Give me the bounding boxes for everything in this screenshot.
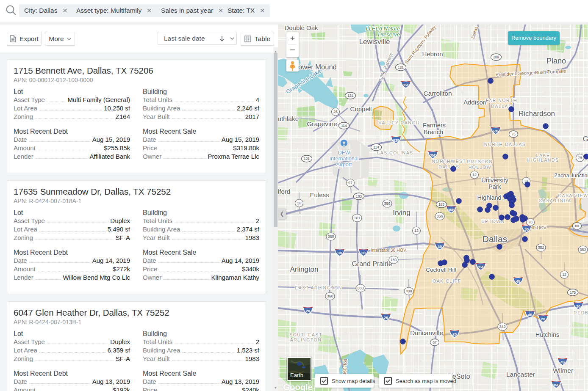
svg-text:97: 97 [348, 181, 352, 185]
svg-text:Grapevine: Grapevine [307, 120, 337, 127]
svg-text:Airport: Airport [336, 162, 352, 168]
svg-text:30: 30 [361, 251, 366, 255]
svg-text:DALLAS: DALLAS [438, 164, 459, 169]
svg-text:NORTHWEST: NORTHWEST [432, 159, 466, 164]
svg-text:20: 20 [384, 316, 388, 320]
svg-text:360: 360 [327, 294, 333, 298]
svg-text:Grand Prairie: Grand Prairie [352, 260, 392, 267]
svg-text:78: 78 [528, 220, 533, 224]
svg-text:Carrollton: Carrollton [423, 90, 452, 97]
svg-text:University: University [481, 177, 508, 184]
svg-text:Coppell: Coppell [350, 105, 372, 113]
svg-text:360: 360 [327, 234, 334, 239]
svg-text:LLELA Nature: LLELA Nature [366, 25, 400, 32]
svg-text:Interstate 30 HOV: Interstate 30 HOV [371, 248, 406, 253]
svg-text:30: 30 [438, 245, 442, 249]
svg-text:175: 175 [570, 290, 576, 295]
svg-text:161: 161 [354, 216, 360, 220]
svg-text:114: 114 [373, 145, 379, 149]
svg-text:356: 356 [436, 214, 443, 218]
svg-text:30: 30 [524, 227, 529, 231]
svg-text:26: 26 [333, 110, 338, 114]
svg-text:20: 20 [306, 309, 310, 313]
svg-text:Branch: Branch [424, 129, 443, 135]
svg-text:OAK CLIFF: OAK CLIFF [433, 278, 461, 284]
svg-text:Farmers: Farmers [423, 122, 446, 129]
svg-text:342: 342 [499, 325, 505, 329]
svg-text:FAR NORTH: FAR NORTH [486, 98, 517, 103]
svg-text:Zacha Junction: Zacha Junction [555, 173, 588, 179]
svg-text:Hutchins: Hutchins [535, 331, 559, 338]
svg-text:67: 67 [433, 340, 437, 344]
svg-text:CASA LINDA: CASA LINDA [539, 198, 571, 203]
svg-text:Lancaster: Lancaster [506, 371, 535, 378]
svg-text:Dallas: Dallas [483, 234, 507, 244]
svg-text:360-Toll: 360-Toll [342, 359, 348, 375]
svg-text:35E: 35E [430, 153, 436, 157]
svg-text:35E: 35E [477, 265, 484, 269]
svg-text:635: 635 [393, 138, 399, 143]
svg-text:121: 121 [398, 65, 404, 69]
svg-text:PRESTON: PRESTON [467, 159, 493, 164]
svg-text:30: 30 [338, 251, 342, 255]
svg-text:35E: 35E [402, 83, 409, 87]
svg-text:352: 352 [580, 248, 586, 252]
svg-text:HOLLOW: HOLLOW [469, 165, 492, 170]
svg-text:VALLEY RANCH: VALLEY RANCH [379, 120, 420, 125]
svg-text:78: 78 [578, 156, 582, 160]
svg-text:121: 121 [304, 157, 310, 161]
svg-text:HIGHLANDS: HIGHLANDS [527, 157, 559, 162]
svg-text:35E: 35E [448, 208, 455, 212]
svg-text:45: 45 [560, 360, 565, 364]
svg-text:LAS COLINAS: LAS COLINAS [377, 150, 413, 155]
svg-text:75: 75 [511, 132, 516, 136]
svg-text:Wilmer: Wilmer [553, 367, 573, 374]
svg-text:DFW: DFW [338, 150, 350, 156]
svg-text:12: 12 [414, 229, 419, 233]
svg-text:NORTH DALLAS: NORTH DALLAS [484, 142, 526, 147]
svg-text:20: 20 [541, 317, 545, 321]
svg-text:ARLINGTON: ARLINGTON [290, 337, 322, 342]
svg-text:Addison: Addison [463, 99, 486, 106]
svg-text:Euless: Euless [310, 191, 329, 198]
svg-text:12: 12 [472, 173, 477, 177]
svg-text:35E: 35E [553, 383, 560, 387]
svg-text:Arlington: Arlington [290, 265, 318, 273]
svg-text:Plano: Plano [546, 57, 566, 65]
svg-text:114: 114 [341, 124, 347, 128]
svg-text:20: 20 [452, 332, 457, 336]
svg-text:408: 408 [405, 289, 412, 293]
svg-text:dford: dford [278, 188, 290, 195]
svg-text:Park: Park [488, 183, 502, 190]
svg-text:SOUTHEAST: SOUTHEAST [289, 332, 322, 337]
svg-text:12: 12 [562, 273, 566, 277]
svg-text:10: 10 [297, 201, 301, 205]
svg-text:80: 80 [575, 224, 579, 228]
svg-text:180: 180 [390, 258, 397, 262]
svg-text:303: 303 [357, 286, 363, 290]
svg-text:356: 356 [384, 201, 390, 206]
svg-text:CASA VIEW: CASA VIEW [558, 193, 588, 198]
svg-text:Cockrell Hill: Cockrell Hill [426, 267, 456, 273]
svg-text:Duncanville: Duncanville [410, 329, 443, 336]
svg-text:Ga: Ga [583, 135, 588, 143]
svg-text:EAST ARLINGTON: EAST ARLINGTON [295, 285, 342, 290]
svg-text:45: 45 [528, 313, 532, 317]
svg-text:International: International [330, 156, 359, 162]
svg-text:REDBIRD: REDBIRD [574, 310, 588, 315]
svg-text:121: 121 [347, 94, 353, 98]
svg-text:outhlake: outhlake [278, 115, 299, 122]
svg-text:Irving: Irving [393, 209, 410, 217]
svg-text:20: 20 [576, 304, 580, 308]
svg-text:289: 289 [493, 55, 499, 59]
svg-text:352: 352 [538, 245, 544, 250]
svg-text:Lewisville: Lewisville [359, 38, 390, 46]
svg-text:Hebron: Hebron [422, 50, 443, 58]
svg-text:45: 45 [516, 279, 520, 284]
svg-text:635: 635 [492, 129, 499, 133]
svg-text:183: 183 [438, 202, 444, 207]
svg-text:Richardson: Richardson [519, 110, 555, 118]
svg-text:183: 183 [356, 194, 362, 198]
svg-text:Preserve: Preserve [378, 31, 400, 38]
